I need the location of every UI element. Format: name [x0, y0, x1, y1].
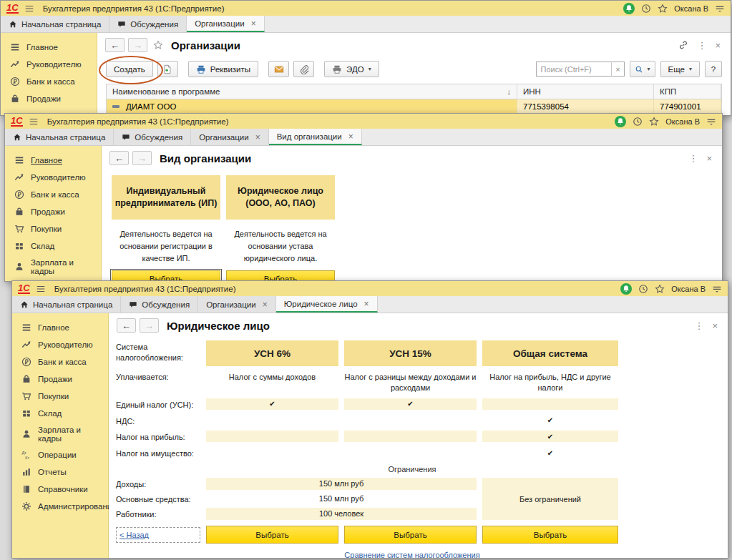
- forward-button[interactable]: →: [140, 318, 159, 333]
- sidebar-item-glavnoe[interactable]: Главное: [1, 39, 97, 56]
- sidebar-item-spravochniki[interactable]: Справочники: [12, 481, 108, 498]
- check-cell: [206, 431, 338, 442]
- tab-discussions[interactable]: Обсуждения: [121, 296, 198, 313]
- user-name[interactable]: Оксана В: [671, 285, 706, 293]
- section-sidebar: Главное Руководителю Банк и касса Продаж…: [5, 146, 102, 281]
- close-form-icon[interactable]: ×: [715, 41, 721, 50]
- sidebar-item-bank-i-kassa[interactable]: Банк и касса: [1, 73, 97, 90]
- copy-new-button[interactable]: [157, 61, 178, 77]
- sidebar-item-bank-i-kassa[interactable]: Банк и касса: [12, 353, 108, 370]
- mail-button[interactable]: [268, 61, 289, 77]
- tab-close-icon[interactable]: ×: [348, 132, 353, 141]
- notifications-button[interactable]: [623, 3, 635, 14]
- select-general-button[interactable]: Выбрать: [482, 526, 618, 544]
- tab-close-icon[interactable]: ×: [251, 19, 256, 28]
- user-name[interactable]: Оксана В: [665, 117, 700, 126]
- limits-header: Ограничения: [206, 465, 618, 473]
- sidebar-item-pokupki[interactable]: Покупки: [5, 220, 101, 237]
- main-menu-icon[interactable]: [29, 117, 39, 127]
- history-icon[interactable]: [641, 4, 651, 14]
- forward-button[interactable]: →: [132, 151, 152, 165]
- main-menu-icon[interactable]: [36, 284, 46, 294]
- column-usn15: УСН 15%: [344, 340, 477, 366]
- favorites-star-icon[interactable]: [655, 284, 665, 294]
- close-form-icon[interactable]: ×: [712, 321, 718, 330]
- search-settings-button[interactable]: ▾: [630, 61, 655, 77]
- history-icon[interactable]: [638, 284, 648, 294]
- back-button[interactable]: ←: [109, 151, 129, 165]
- help-button[interactable]: ?: [705, 61, 722, 77]
- favorites-star-icon[interactable]: [658, 4, 668, 14]
- close-form-icon[interactable]: ×: [706, 154, 712, 163]
- select-usn15-button[interactable]: Выбрать: [344, 526, 477, 544]
- tab-home[interactable]: Начальная страница: [5, 129, 114, 145]
- sidebar-item-administrirovanie[interactable]: Администрирование: [12, 498, 108, 515]
- check-cell: [344, 431, 477, 442]
- sidebar-item-zarplata-i-kadry[interactable]: Зарплата и кадры: [12, 422, 108, 446]
- sidebar-item-rukovoditelyu[interactable]: Руководителю: [12, 336, 108, 353]
- check-icon: ✔: [547, 449, 553, 457]
- sidebar-item-pokupki[interactable]: Покупки: [12, 388, 108, 405]
- table-row[interactable]: ДИАМТ ООО 7715398054 774901001: [107, 99, 721, 114]
- service-menu-icon[interactable]: [706, 117, 716, 127]
- bell-icon: [622, 285, 630, 293]
- chat-icon: [122, 133, 130, 142]
- favorites-star-icon[interactable]: [649, 117, 659, 127]
- tab-organizations[interactable]: Организации ×: [198, 296, 276, 313]
- column-header-inn[interactable]: ИНН: [517, 84, 654, 99]
- main-menu-icon[interactable]: [24, 4, 34, 14]
- sidebar-item-sklad[interactable]: Склад: [5, 237, 101, 255]
- back-button[interactable]: ←: [117, 318, 136, 333]
- check-cell: [344, 447, 477, 458]
- tab-organizations[interactable]: Организации ×: [187, 16, 265, 32]
- edo-button[interactable]: ЭДО▾: [324, 61, 379, 77]
- back-link[interactable]: < Назад: [119, 531, 149, 539]
- get-link-icon[interactable]: [678, 40, 688, 50]
- tab-organizations[interactable]: Организации ×: [191, 129, 269, 145]
- tab-close-icon[interactable]: ×: [255, 133, 260, 142]
- sidebar-item-prodazhi[interactable]: Продажи: [5, 203, 101, 220]
- sidebar-item-otchety[interactable]: Отчеты: [12, 463, 108, 481]
- more-actions-icon[interactable]: ⋮: [688, 154, 698, 163]
- user-name[interactable]: Оксана В: [674, 4, 708, 13]
- favorite-page-star-icon[interactable]: [153, 40, 163, 50]
- create-button[interactable]: Создать: [106, 61, 153, 77]
- tab-discussions[interactable]: Обсуждения: [109, 16, 187, 32]
- card-individual-entrepreneur: Индивидуальный предприниматель (ИП) Деят…: [112, 175, 220, 282]
- app-title: Бухгалтерия предприятия 43 (1С:Предприят…: [54, 285, 615, 293]
- column-header-kpp[interactable]: КПП: [654, 84, 721, 99]
- tab-legal-entity[interactable]: Юридическое лицо ×: [276, 296, 378, 313]
- sidebar-item-sklad[interactable]: Склад: [12, 405, 108, 422]
- tab-discussions[interactable]: Обсуждения: [114, 129, 191, 145]
- attachments-button[interactable]: [293, 61, 314, 77]
- service-menu-icon[interactable]: [715, 4, 725, 14]
- column-header-name[interactable]: Наименование в программе↓: [107, 84, 517, 99]
- sidebar-item-zarplata-i-kadry[interactable]: Зарплата и кадры: [5, 255, 101, 279]
- more-actions-icon[interactable]: ⋮: [694, 321, 703, 330]
- history-icon[interactable]: [633, 117, 643, 127]
- sidebar-item-operacii[interactable]: Операции: [12, 446, 108, 463]
- notifications-button[interactable]: [620, 283, 632, 295]
- sidebar-item-glavnoe[interactable]: Главное: [12, 319, 108, 336]
- sidebar-item-rukovoditelyu[interactable]: Руководителю: [5, 169, 101, 186]
- tab-home[interactable]: Начальная страница: [12, 296, 121, 313]
- sidebar-item-prodazhi[interactable]: Продажи: [12, 370, 108, 388]
- sidebar-item-bank-i-kassa[interactable]: Банк и касса: [5, 186, 101, 203]
- tab-org-type[interactable]: Вид организации ×: [269, 129, 362, 145]
- select-usn6-button[interactable]: Выбрать: [206, 526, 338, 544]
- rekvizity-button[interactable]: Реквизиты: [188, 61, 258, 77]
- compare-tax-systems-link[interactable]: Сравнение систем налогообложения: [344, 551, 479, 559]
- sidebar-item-rukovoditelyu[interactable]: Руководителю: [1, 56, 97, 73]
- notifications-button[interactable]: [615, 116, 626, 127]
- more-button[interactable]: Еще▾: [660, 61, 700, 77]
- sidebar-item-prodazhi[interactable]: Продажи: [1, 90, 97, 107]
- tab-home[interactable]: Начальная страница: [1, 16, 109, 32]
- more-actions-icon[interactable]: ⋮: [697, 41, 706, 50]
- search-clear-icon[interactable]: ×: [611, 62, 625, 77]
- sidebar-item-glavnoe[interactable]: Главное: [5, 152, 101, 169]
- back-button[interactable]: ←: [105, 38, 125, 52]
- tab-close-icon[interactable]: ×: [263, 300, 268, 309]
- service-menu-icon[interactable]: [712, 284, 722, 294]
- forward-button[interactable]: →: [128, 38, 147, 52]
- tab-close-icon[interactable]: ×: [364, 300, 369, 308]
